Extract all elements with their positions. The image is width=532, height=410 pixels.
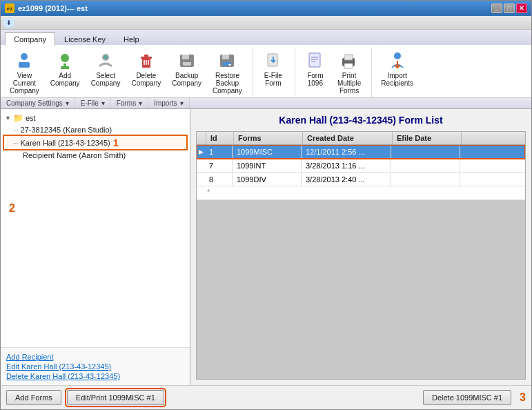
print-multiple-label: PrintMultipleForms [337, 72, 361, 95]
annotation-2: 2 [9, 202, 15, 215]
cell-id-1: 1 [205, 145, 233, 158]
row-indicator-1: ▶ [197, 145, 205, 158]
tree-item-company1[interactable]: ··· 27-3812345 (Karen Studio) [3, 124, 187, 135]
select-company-label: SelectCompany [91, 72, 121, 87]
print-multiple-forms-button[interactable]: PrintMultipleForms [333, 48, 366, 90]
table-row[interactable]: 7 1099INT 3/28/2013 1:16 ... [197, 159, 525, 173]
select-company-button[interactable]: SelectCompany [86, 48, 126, 90]
tree-label-root: est [26, 114, 36, 122]
tree-item-root[interactable]: ▼ 📁 est [3, 112, 187, 124]
header-forms: Forms [234, 132, 303, 144]
window-title: ez1099 (2012)--- est [18, 4, 491, 12]
data-grid-body[interactable]: ▶ 1 1099MISC 12/1/2011 2:56 ... 7 1099IN… [197, 145, 525, 379]
svg-rect-25 [344, 55, 353, 60]
delete-company-label: DeleteCompany [131, 72, 161, 87]
cell-id-3: 8 [205, 173, 233, 186]
tree-item-recipient1[interactable]: Recipient Name (Aaron Smith) [3, 150, 187, 161]
delete-company-icon [135, 51, 157, 70]
data-grid-header: Id Forms Created Date Efile Date [197, 132, 525, 145]
minimize-button[interactable]: _ [491, 3, 502, 13]
ribbon-buttons-imports: ImportRecipients [376, 48, 418, 97]
tree-label-recipient: Recipient Name (Aaron Smith) [23, 151, 126, 159]
close-button[interactable]: ✕ [516, 3, 527, 13]
row-indicator-2 [197, 159, 205, 172]
efile-form-button[interactable]: E-FileForm [257, 48, 289, 90]
import-recipients-button[interactable]: ImportRecipients [376, 48, 418, 90]
tree-label-company1: 27-3812345 (Karen Studio) [21, 126, 112, 134]
svg-rect-14 [182, 55, 189, 59]
add-company-button[interactable]: AddCompany [46, 48, 85, 90]
add-recipient-link[interactable]: Add Recipient [6, 352, 184, 362]
ribbon-group-forms: Form1096 PrintMultipleForms [299, 48, 372, 97]
add-forms-button[interactable]: Add Forms [6, 390, 61, 405]
backup-company-label: BackupCompany [172, 72, 201, 87]
form-1096-button[interactable]: Form1096 [299, 48, 331, 90]
efile-form-label: E-FileForm [264, 72, 282, 87]
cell-date-3: 3/28/2013 2:40 ... [302, 173, 391, 186]
tab-license-key[interactable]: License Key [55, 32, 115, 46]
window-controls: _ □ ✕ [491, 3, 527, 13]
tab-help[interactable]: Help [115, 32, 148, 46]
cell-forms-3: 1099DIV [233, 173, 302, 186]
svg-rect-9 [144, 55, 148, 57]
restore-backup-button[interactable]: RestoreBackupCompany [208, 48, 247, 90]
ribbon-group-imports: ImportRecipients [376, 48, 424, 97]
tree-expand-company1: ··· [13, 126, 19, 133]
quick-access-icon[interactable]: ⬇ [3, 17, 14, 28]
section-company-settings[interactable]: Company Settings ▾ [1, 98, 75, 108]
ribbon-buttons-company: ViewCurrentCompany AddCompany [5, 48, 247, 97]
svg-rect-15 [183, 62, 191, 66]
expand-icon: ▾ [180, 99, 184, 107]
svg-rect-17 [222, 55, 229, 59]
quick-access-toolbar: ⬇ [1, 16, 531, 30]
ribbon-bar: Company Settings ▾ E-File ▾ Forms ▾ Impo… [1, 97, 531, 108]
edit-print-button[interactable]: Edit/Print 1099MISC #1 [67, 390, 164, 405]
svg-point-2 [61, 54, 69, 62]
add-company-icon [54, 51, 76, 70]
delete-company-button[interactable]: DeleteCompany [126, 48, 166, 90]
form-list-title: Karen Hall (213-43-12345) Form List [196, 115, 526, 126]
select-company-icon [95, 51, 117, 70]
window-frame: ez ez1099 (2012)--- est _ □ ✕ ⬇ Company … [0, 0, 532, 410]
view-current-company-button[interactable]: ViewCurrentCompany [5, 48, 44, 90]
tree-expand-root: ▼ [5, 115, 11, 121]
cell-efile-3 [391, 173, 460, 186]
section-forms[interactable]: Forms ▾ [111, 98, 148, 108]
backup-company-button[interactable]: BackupCompany [167, 48, 206, 90]
table-row[interactable]: 8 1099DIV 3/28/2013 2:40 ... [197, 173, 525, 186]
cell-date-2: 3/28/2013 1:16 ... [302, 159, 391, 172]
left-panel: ▼ 📁 est ··· 27-3812345 (Karen Studio) ··… [1, 109, 190, 385]
asterisk-indicator: * [205, 186, 212, 199]
ribbon-buttons-forms: Form1096 PrintMultipleForms [299, 48, 366, 97]
delete-form-button[interactable]: Delete 1099MISC #1 [423, 390, 511, 405]
ribbon-group-efile: E-FileForm [257, 48, 295, 97]
section-efile[interactable]: E-File ▾ [75, 98, 111, 108]
annotation-3: 3 [520, 391, 526, 404]
tree-label-company2: Karen Hall (213-43-12345) [21, 139, 110, 147]
restore-backup-label: RestoreBackupCompany [213, 72, 242, 95]
backup-company-icon [176, 51, 198, 70]
maximize-button[interactable]: □ [504, 3, 515, 13]
edit-karen-link[interactable]: Edit Karen Hall (213-43-12345) [6, 362, 184, 371]
tree-item-company2[interactable]: ··· Karen Hall (213-43-12345) 1 [3, 135, 187, 150]
tab-company[interactable]: Company [5, 32, 55, 46]
right-panel: Karen Hall (213-43-12345) Form List Id F… [190, 109, 531, 385]
cell-forms-2: 1099INT [233, 159, 302, 172]
delete-karen-link[interactable]: Delete Karen Hall (213-43-12345) [6, 371, 184, 381]
efile-form-icon [262, 51, 284, 70]
app-icon: ez [5, 3, 14, 13]
svg-rect-20 [309, 53, 320, 67]
svg-point-27 [394, 52, 401, 59]
table-row[interactable]: ▶ 1 1099MISC 12/1/2011 2:56 ... [197, 145, 525, 159]
ribbon-buttons-efile: E-FileForm [257, 48, 289, 97]
import-recipients-icon [386, 51, 408, 70]
header-efile-date: Efile Date [393, 132, 462, 144]
data-grid: Id Forms Created Date Efile Date ▶ 1 109… [196, 131, 526, 380]
section-imports[interactable]: Imports ▾ [148, 98, 189, 108]
cell-efile-2 [391, 159, 460, 172]
folder-icon: 📁 [13, 113, 23, 123]
expand-icon: ▾ [139, 99, 142, 107]
cell-efile-1 [391, 145, 460, 158]
expand-icon: ▾ [101, 99, 105, 107]
cell-id-2: 7 [205, 159, 233, 172]
